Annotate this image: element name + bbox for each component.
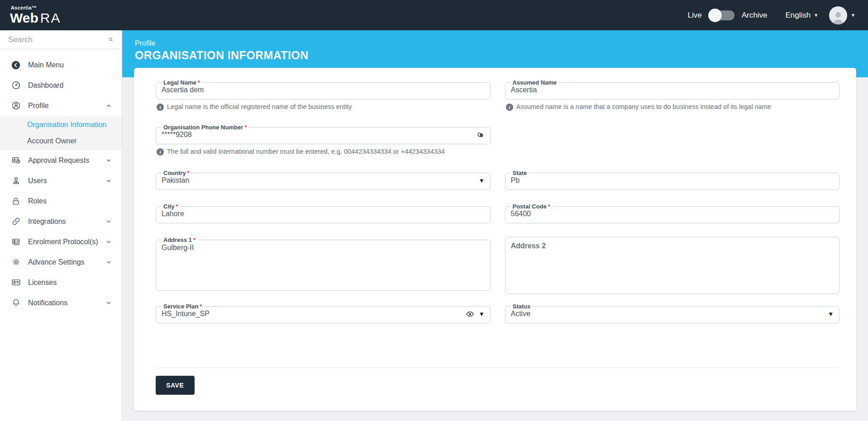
gear-icon	[11, 257, 21, 267]
state-label: State	[511, 170, 529, 176]
save-button[interactable]: SAVE	[156, 376, 195, 395]
dropdown-caret-icon[interactable]: ▼	[479, 177, 485, 186]
assumed-name-input[interactable]	[511, 85, 834, 97]
logo-product-light: RA	[40, 11, 61, 25]
status-field: Status ▼	[505, 303, 840, 323]
service-plan-select[interactable]	[162, 309, 461, 321]
address2-textarea[interactable]	[511, 242, 834, 291]
address2-field	[505, 237, 840, 294]
sidebar-search	[0, 30, 122, 49]
dropdown-caret-icon[interactable]: ▼	[828, 311, 834, 319]
required-asterisk: *	[244, 124, 247, 131]
status-label: Status	[511, 303, 533, 309]
required-asterisk: *	[193, 237, 196, 243]
sidebar-item-label: Approval Requests	[28, 156, 89, 165]
sidebar-item-label: Dashboard	[28, 81, 63, 90]
sidebar-menu: Main Menu Dashboard Pr	[0, 49, 122, 313]
sidebar-subitem-label: Organisation Information	[27, 121, 106, 129]
sidebar-item-organisation-information[interactable]: Organisation Information	[0, 117, 122, 133]
page-title: ORGANISATION INFORMATION	[135, 49, 868, 62]
required-asterisk: *	[198, 79, 200, 86]
country-label: Country*	[162, 170, 191, 176]
legal-name-label: Legal Name*	[162, 80, 202, 85]
profile-icon	[11, 101, 21, 111]
assumed-name-label: Assumed Name	[511, 80, 559, 85]
info-icon: i	[506, 104, 513, 111]
sidebar-item-label: Advance Settings	[28, 258, 85, 266]
search-icon[interactable]	[108, 35, 114, 44]
legal-name-input[interactable]	[162, 85, 485, 97]
sidebar-item-profile[interactable]: Profile	[0, 95, 122, 116]
legal-name-helper: i Legal name is the official registered …	[157, 103, 491, 111]
live-archive-toggle[interactable]	[709, 10, 734, 20]
live-label: Live	[688, 11, 702, 20]
country-field: Country* ▼	[156, 170, 491, 190]
sidebar-item-roles[interactable]: Roles	[0, 191, 122, 211]
sidebar-item-label: Licenses	[28, 279, 57, 287]
sidebar-item-main-menu[interactable]: Main Menu	[0, 55, 122, 75]
postal-code-field: Postal Code*	[505, 203, 840, 223]
toggle-knob[interactable]	[708, 9, 722, 22]
dashboard-icon	[11, 80, 21, 90]
avatar[interactable]	[829, 6, 847, 24]
eye-icon[interactable]	[466, 310, 474, 320]
sidebar-item-label: Integrations	[28, 218, 66, 226]
chevron-down-icon[interactable]	[105, 218, 112, 225]
chevron-down-icon: ▼	[814, 13, 818, 18]
language-dropdown[interactable]: English ▼	[785, 11, 818, 20]
language-label: English	[785, 11, 811, 20]
country-select[interactable]	[162, 176, 474, 187]
legal-name-field: Legal Name*	[156, 80, 491, 99]
sidebar-item-advance-settings[interactable]: Advance Settings	[0, 252, 122, 272]
address1-textarea[interactable]: Gulberg-II	[162, 243, 485, 286]
postal-code-input[interactable]	[511, 209, 834, 221]
sidebar-item-integrations[interactable]: Integrations	[0, 211, 122, 232]
app-logo[interactable]: Ascertia™ Web RA	[10, 5, 61, 25]
organisation-form-card: Legal Name* i Legal name is the official…	[134, 68, 856, 411]
sidebar-item-label: Profile	[28, 102, 48, 110]
address1-label: Address 1*	[162, 237, 197, 243]
back-circle-icon	[11, 60, 21, 70]
mask-toggle-icon[interactable]	[476, 131, 485, 141]
chevron-down-icon: ▼	[851, 13, 855, 18]
chevron-up-icon[interactable]	[105, 103, 112, 109]
bell-icon	[11, 298, 21, 308]
sidebar-item-label: Main Menu	[28, 61, 64, 69]
required-asterisk: *	[548, 203, 550, 210]
sidebar-item-dashboard[interactable]: Dashboard	[0, 75, 122, 95]
sidebar-item-approval-requests[interactable]: Approval Requests	[0, 150, 122, 170]
users-icon	[11, 176, 21, 186]
helper-text: Legal name is the official registered na…	[167, 103, 352, 110]
chevron-down-icon[interactable]	[105, 157, 112, 164]
sidebar: Main Menu Dashboard Pr	[0, 30, 122, 421]
search-input[interactable]	[8, 35, 108, 44]
sidebar-item-licenses[interactable]: Licenses	[0, 272, 122, 293]
approval-requests-icon	[11, 156, 21, 166]
city-label: City*	[162, 203, 180, 209]
state-field: State	[505, 170, 840, 190]
sidebar-item-account-owner[interactable]: Account Owner	[0, 133, 122, 149]
info-icon: i	[157, 104, 164, 111]
sidebar-item-enrolment-protocols[interactable]: Enrolment Protocol(s)	[0, 232, 122, 252]
logo-product-bold: Web	[10, 11, 38, 25]
required-asterisk: *	[187, 170, 190, 176]
assumed-name-field: Assumed Name	[505, 80, 840, 99]
main-content: Profile ORGANISATION INFORMATION Legal N…	[122, 30, 868, 421]
chevron-down-icon[interactable]	[105, 239, 112, 245]
profile-submenu: Organisation Information Account Owner	[0, 116, 122, 150]
sidebar-item-users[interactable]: Users	[0, 170, 122, 191]
user-menu[interactable]: ▼	[829, 6, 855, 24]
city-input[interactable]	[162, 209, 485, 221]
phone-helper: i The full and valid international numbe…	[157, 148, 491, 156]
chevron-down-icon[interactable]	[105, 259, 112, 265]
chevron-down-icon[interactable]	[105, 178, 112, 184]
phone-label: Organisation Phone Number*	[162, 124, 248, 130]
dropdown-caret-icon[interactable]: ▼	[479, 311, 485, 319]
sidebar-item-label: Users	[28, 177, 47, 185]
status-select[interactable]	[511, 309, 824, 321]
phone-input[interactable]	[162, 130, 472, 142]
required-asterisk: *	[176, 203, 178, 210]
chevron-down-icon[interactable]	[105, 300, 112, 306]
sidebar-item-notifications[interactable]: Notifications	[0, 293, 122, 313]
state-input[interactable]	[511, 176, 834, 187]
